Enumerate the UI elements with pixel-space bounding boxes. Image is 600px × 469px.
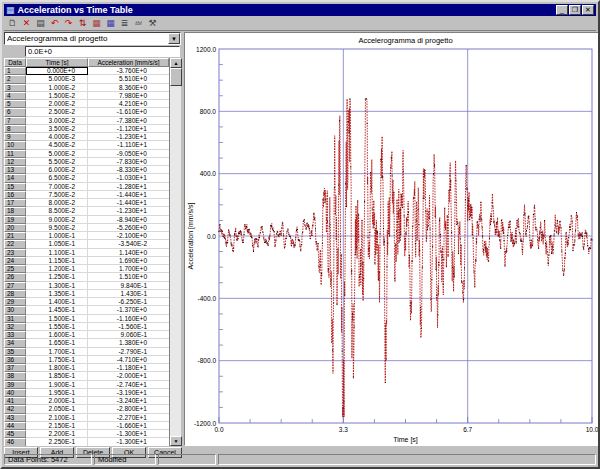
time-cell[interactable]: 3.500E-2 [26,125,88,133]
row-number[interactable]: 43 [4,414,26,422]
row-number[interactable]: 11 [4,150,26,158]
acceleration-cell[interactable]: -1.120E+1 [88,125,169,133]
acceleration-cell[interactable]: -1.610E+0 [88,108,169,116]
acceleration-cell[interactable]: 9.840E-1 [88,282,169,290]
time-cell[interactable]: 1.550E-1 [26,323,88,331]
time-cell[interactable]: 1.850E-1 [26,372,88,380]
time-cell[interactable]: 8.000E-2 [26,199,88,207]
acceleration-cell[interactable]: -4.710E+0 [88,356,169,364]
row-number[interactable]: 18 [4,207,26,215]
acceleration-cell[interactable]: -3.240E+1 [88,397,169,405]
acceleration-cell[interactable]: -1.300E+1 [88,438,169,446]
row-number[interactable]: 21 [4,232,26,240]
row-number[interactable]: 29 [4,298,26,306]
acceleration-cell[interactable]: -1.030E+1 [88,174,169,182]
time-cell[interactable]: 9.000E-2 [26,216,88,224]
import-icon[interactable]: ↶ [48,17,61,30]
row-number[interactable]: 39 [4,381,26,389]
time-cell[interactable]: 4.500E-2 [26,141,88,149]
chart-icon[interactable]: ▦ [104,17,117,30]
acceleration-cell[interactable]: -1.110E+1 [88,141,169,149]
close-button[interactable]: ✕ [582,5,594,15]
row-number[interactable]: 16 [4,191,26,199]
acceleration-cell[interactable]: -5.260E+0 [88,224,169,232]
acceleration-cell[interactable]: -2.790E-1 [88,348,169,356]
row-number[interactable]: 8 [4,125,26,133]
table-scrollbar[interactable]: ▲ ▼ [169,58,181,446]
acceleration-cell[interactable]: -1.370E+0 [88,306,169,314]
time-cell[interactable]: 1.350E-1 [26,290,88,298]
time-cell[interactable]: 1.750E-1 [26,356,88,364]
time-cell[interactable]: 4.000E-2 [26,133,88,141]
tbl-icon[interactable]: tbl [132,17,145,30]
acceleration-cell[interactable]: 1.140E+0 [88,249,169,257]
acceleration-cell[interactable]: 7.980E+0 [88,92,169,100]
acceleration-cell[interactable]: -1.180E+1 [88,364,169,372]
time-cell[interactable]: 2.250E-1 [26,438,88,446]
row-number[interactable]: 31 [4,315,26,323]
time-cell[interactable]: 1.250E-1 [26,273,88,281]
row-number[interactable]: 28 [4,290,26,298]
acceleration-cell[interactable]: -7.830E+0 [88,158,169,166]
time-cell[interactable]: 5.000E-3 [26,75,88,83]
delete-icon[interactable]: ✕ [20,17,33,30]
time-cell[interactable]: 1.800E-1 [26,364,88,372]
row-number[interactable]: 15 [4,183,26,191]
time-cell[interactable]: 1.700E-1 [26,348,88,356]
acceleration-cell[interactable]: -8.940E+0 [88,216,169,224]
time-cell[interactable]: 1.500E-2 [26,92,88,100]
grid-icon[interactable]: ▦ [90,17,103,30]
time-cell[interactable]: 2.100E-1 [26,414,88,422]
row-number[interactable]: 14 [4,174,26,182]
restore-button[interactable]: ❐ [569,5,581,15]
acceleration-cell[interactable]: -1.160E+0 [88,315,169,323]
time-cell[interactable]: 2.000E-2 [26,100,88,108]
row-number[interactable]: 3 [4,84,26,92]
time-cell[interactable]: 8.500E-2 [26,207,88,215]
acceleration-cell[interactable]: -1.560E-1 [88,323,169,331]
time-cell[interactable]: 2.200E-1 [26,430,88,438]
row-number[interactable]: 5 [4,100,26,108]
row-number[interactable]: 26 [4,273,26,281]
time-cell[interactable]: 2.000E-1 [26,397,88,405]
acceleration-cell[interactable]: -2.100E+0 [88,232,169,240]
time-cell[interactable]: 1.300E-1 [26,282,88,290]
acceleration-cell[interactable]: 5.510E+0 [88,75,169,83]
row-number[interactable]: 34 [4,339,26,347]
cell-edit-input[interactable] [25,46,180,57]
title-bar[interactable]: ▦ Acceleration vs Time Table _ ❐ ✕ [4,4,596,16]
time-cell[interactable]: 1.900E-1 [26,381,88,389]
time-cell[interactable]: 0.000E+0 [26,67,88,75]
time-cell[interactable]: 5.500E-2 [26,158,88,166]
row-number[interactable]: 23 [4,249,26,257]
time-cell[interactable]: 7.000E-2 [26,183,88,191]
row-number[interactable]: 2 [4,75,26,83]
row-number[interactable]: 17 [4,199,26,207]
acceleration-cell[interactable]: -8.330E+0 [88,166,169,174]
row-number[interactable]: 38 [4,372,26,380]
row-number[interactable]: 36 [4,356,26,364]
acceleration-cell[interactable]: 8.360E+0 [88,84,169,92]
export-icon[interactable]: ↷ [62,17,75,30]
acceleration-cell[interactable]: -1.230E+1 [88,207,169,215]
row-number[interactable]: 40 [4,389,26,397]
time-cell[interactable]: 5.000E-2 [26,150,88,158]
acceleration-cell[interactable]: 1.380E+0 [88,339,169,347]
acceleration-cell[interactable]: -1.300E+1 [88,430,169,438]
acceleration-cell[interactable]: 1.690E+0 [88,257,169,265]
filter-icon[interactable]: ≣ [118,17,131,30]
time-cell[interactable]: 1.600E-1 [26,331,88,339]
acceleration-cell[interactable]: -1.280E+1 [88,183,169,191]
scroll-down-icon[interactable]: ▼ [170,436,182,446]
row-number[interactable]: 33 [4,331,26,339]
row-number[interactable]: 9 [4,133,26,141]
scroll-up-icon[interactable]: ▲ [170,58,182,68]
scrollbar-thumb[interactable] [170,68,182,86]
row-number[interactable]: 46 [4,438,26,446]
time-cell[interactable]: 1.950E-1 [26,389,88,397]
time-cell[interactable]: 1.100E-1 [26,249,88,257]
time-cell[interactable]: 3.000E-2 [26,117,88,125]
time-cell[interactable]: 1.200E-1 [26,265,88,273]
acceleration-cell[interactable]: 1.510E+0 [88,273,169,281]
row-number[interactable]: 42 [4,405,26,413]
